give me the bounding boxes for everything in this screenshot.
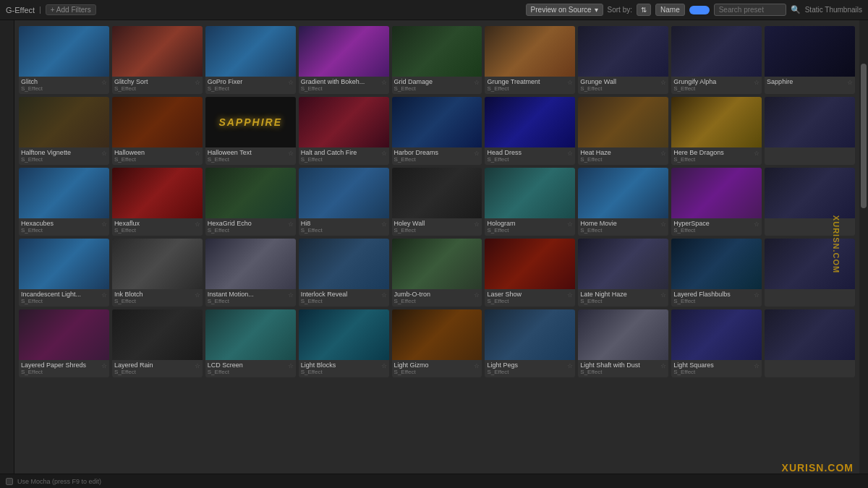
favorite-star-icon[interactable]: ☆ bbox=[288, 150, 294, 157]
favorite-star-icon[interactable]: ☆ bbox=[660, 291, 666, 299]
mocha-checkbox[interactable] bbox=[6, 478, 13, 485]
effect-item[interactable]: Laser ShowS_Effect☆ bbox=[485, 239, 575, 307]
toggle-switch[interactable] bbox=[689, 6, 710, 14]
effect-item[interactable] bbox=[765, 168, 855, 236]
favorite-star-icon[interactable]: ☆ bbox=[288, 79, 294, 86]
effect-name: Sapphire bbox=[767, 78, 846, 85]
favorite-star-icon[interactable]: ☆ bbox=[101, 221, 107, 228]
search-icon[interactable]: 🔍 bbox=[791, 5, 801, 14]
favorite-star-icon[interactable]: ☆ bbox=[195, 221, 200, 228]
favorite-star-icon[interactable]: ☆ bbox=[288, 291, 294, 299]
add-filter-button[interactable]: + Add Filters bbox=[46, 4, 96, 15]
effect-item[interactable]: Head DressS_Effect☆ bbox=[485, 97, 575, 165]
favorite-star-icon[interactable]: ☆ bbox=[195, 79, 200, 86]
effect-item[interactable]: Light BlocksS_Effect☆ bbox=[299, 309, 389, 377]
sort-options-button[interactable]: ⇅ bbox=[637, 4, 651, 16]
favorite-star-icon[interactable]: ☆ bbox=[567, 79, 573, 86]
effect-item[interactable]: HexafluxS_Effect☆ bbox=[112, 168, 203, 236]
effect-item[interactable] bbox=[765, 239, 855, 307]
effect-item[interactable]: HalloweenS_Effect☆ bbox=[112, 97, 203, 165]
favorite-star-icon[interactable]: ☆ bbox=[474, 291, 480, 299]
favorite-star-icon[interactable]: ☆ bbox=[567, 362, 573, 369]
favorite-star-icon[interactable]: ☆ bbox=[474, 150, 480, 157]
favorite-star-icon[interactable]: ☆ bbox=[567, 291, 573, 299]
effect-item[interactable]: HologramS_Effect☆ bbox=[485, 168, 575, 236]
effect-item[interactable]: Layered FlashbulbsS_Effect☆ bbox=[671, 239, 762, 307]
favorite-star-icon[interactable]: ☆ bbox=[381, 79, 387, 86]
effect-item[interactable]: Layered Paper ShredsS_Effect☆ bbox=[19, 309, 109, 377]
effect-item[interactable]: Light SquaresS_Effect☆ bbox=[671, 309, 762, 377]
effect-item[interactable]: Light PegsS_Effect☆ bbox=[485, 309, 575, 377]
effect-item[interactable]: Halftone VignetteS_Effect☆ bbox=[19, 97, 109, 165]
effect-item[interactable]: Hi8S_Effect☆ bbox=[299, 168, 389, 236]
favorite-star-icon[interactable]: ☆ bbox=[381, 221, 387, 228]
effects-grid-area[interactable]: GlitchS_Effect☆Glitchy SortS_Effect☆GoPr… bbox=[14, 20, 859, 488]
effect-name: Halloween bbox=[114, 149, 193, 156]
effect-item[interactable]: HexaGrid EchoS_Effect☆ bbox=[205, 168, 296, 236]
favorite-star-icon[interactable]: ☆ bbox=[567, 150, 573, 157]
favorite-star-icon[interactable]: ☆ bbox=[660, 221, 666, 228]
effect-item[interactable] bbox=[765, 309, 855, 377]
sort-name-dropdown[interactable]: Name bbox=[655, 4, 685, 16]
effect-item[interactable]: Light GizmoS_Effect☆ bbox=[392, 309, 482, 377]
favorite-star-icon[interactable]: ☆ bbox=[660, 150, 666, 157]
favorite-star-icon[interactable]: ☆ bbox=[288, 221, 294, 228]
favorite-star-icon[interactable]: ☆ bbox=[754, 221, 760, 228]
preview-dropdown[interactable]: Preview on Source ▾ bbox=[526, 4, 603, 16]
right-scrollbar[interactable] bbox=[859, 20, 868, 488]
effect-item[interactable]: Light Shaft with DustS_Effect☆ bbox=[578, 309, 668, 377]
favorite-star-icon[interactable]: ☆ bbox=[101, 362, 107, 369]
effect-item[interactable]: Grid DamageS_Effect☆ bbox=[392, 26, 482, 94]
favorite-star-icon[interactable]: ☆ bbox=[381, 362, 387, 369]
favorite-star-icon[interactable]: ☆ bbox=[847, 79, 853, 86]
effect-item[interactable]: Holey WallS_Effect☆ bbox=[392, 168, 482, 236]
favorite-star-icon[interactable]: ☆ bbox=[754, 291, 760, 299]
effect-item[interactable]: Grunge TreatmentS_Effect☆ bbox=[485, 26, 575, 94]
effect-item[interactable]: Instant Motion...S_Effect☆ bbox=[205, 239, 296, 307]
effect-item[interactable]: HexacubesS_Effect☆ bbox=[19, 168, 109, 236]
effect-info: Light BlocksS_Effect☆ bbox=[299, 360, 389, 377]
effect-item[interactable]: Late Night HazeS_Effect☆ bbox=[578, 239, 668, 307]
favorite-star-icon[interactable]: ☆ bbox=[754, 79, 760, 86]
effect-item[interactable]: Jumb-O-tronS_Effect☆ bbox=[392, 239, 482, 307]
effect-item[interactable]: Harbor DreamsS_Effect☆ bbox=[392, 97, 482, 165]
effect-item[interactable]: Layered RainS_Effect☆ bbox=[112, 309, 203, 377]
effect-item[interactable]: GlitchS_Effect☆ bbox=[19, 26, 109, 94]
favorite-star-icon[interactable]: ☆ bbox=[754, 362, 760, 369]
favorite-star-icon[interactable]: ☆ bbox=[381, 150, 387, 157]
favorite-star-icon[interactable]: ☆ bbox=[660, 362, 666, 369]
effect-item[interactable]: SAPPHIREHalloween TextS_Effect☆ bbox=[205, 97, 296, 165]
effect-item[interactable]: Interlock RevealS_Effect☆ bbox=[299, 239, 389, 307]
effect-item[interactable]: Incandescent Light...S_Effect☆ bbox=[19, 239, 109, 307]
effect-item[interactable]: HyperSpaceS_Effect☆ bbox=[671, 168, 762, 236]
effect-item[interactable]: Gradient with Bokeh...S_Effect☆ bbox=[299, 26, 389, 94]
static-thumbnails-label[interactable]: Static Thumbnails bbox=[805, 6, 862, 14]
favorite-star-icon[interactable]: ☆ bbox=[754, 150, 760, 157]
favorite-star-icon[interactable]: ☆ bbox=[567, 221, 573, 228]
favorite-star-icon[interactable]: ☆ bbox=[101, 150, 107, 157]
effect-item[interactable]: Sapphire☆ bbox=[765, 26, 855, 94]
favorite-star-icon[interactable]: ☆ bbox=[195, 150, 200, 157]
effect-item[interactable] bbox=[765, 97, 855, 165]
favorite-star-icon[interactable]: ☆ bbox=[474, 221, 480, 228]
effect-item[interactable]: Heat HazeS_Effect☆ bbox=[578, 97, 668, 165]
favorite-star-icon[interactable]: ☆ bbox=[474, 362, 480, 369]
favorite-star-icon[interactable]: ☆ bbox=[195, 291, 200, 299]
effect-item[interactable]: LCD ScreenS_Effect☆ bbox=[205, 309, 296, 377]
favorite-star-icon[interactable]: ☆ bbox=[381, 291, 387, 299]
effect-item[interactable]: Here Be DragonsS_Effect☆ bbox=[671, 97, 762, 165]
favorite-star-icon[interactable]: ☆ bbox=[101, 291, 107, 299]
favorite-star-icon[interactable]: ☆ bbox=[288, 362, 294, 369]
effect-item[interactable]: Halt and Catch FireS_Effect☆ bbox=[299, 97, 389, 165]
favorite-star-icon[interactable]: ☆ bbox=[195, 362, 200, 369]
effect-item[interactable]: GoPro FixerS_Effect☆ bbox=[205, 26, 296, 94]
effect-item[interactable]: Ink BlotchS_Effect☆ bbox=[112, 239, 203, 307]
favorite-star-icon[interactable]: ☆ bbox=[474, 79, 480, 86]
effect-item[interactable]: Grunge WallS_Effect☆ bbox=[578, 26, 668, 94]
favorite-star-icon[interactable]: ☆ bbox=[660, 79, 666, 86]
favorite-star-icon[interactable]: ☆ bbox=[101, 79, 107, 86]
search-input[interactable] bbox=[714, 4, 786, 16]
effect-item[interactable]: Glitchy SortS_Effect☆ bbox=[112, 26, 203, 94]
effect-item[interactable]: Grungify AlphaS_Effect☆ bbox=[671, 26, 762, 94]
effect-item[interactable]: Home MovieS_Effect☆ bbox=[578, 168, 668, 236]
